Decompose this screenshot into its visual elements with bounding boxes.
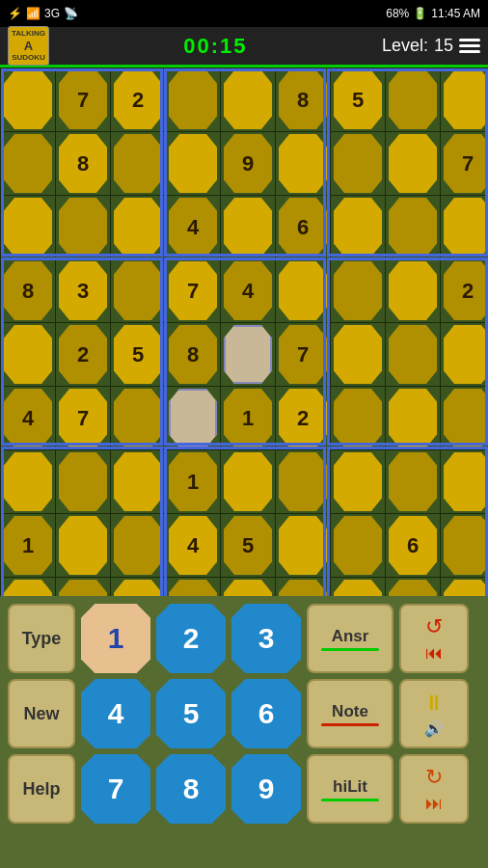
cell-2-3[interactable]: 4: [166, 196, 220, 258]
number-3-button[interactable]: 3: [231, 604, 301, 673]
cell-5-7[interactable]: [386, 387, 440, 449]
cell-7-3[interactable]: 4: [166, 514, 220, 577]
cell-number-2-3: 4: [169, 198, 217, 257]
cell-4-5[interactable]: 7: [276, 323, 330, 386]
volume-icon: 🔊: [424, 719, 444, 738]
cell-0-1[interactable]: 7: [56, 68, 110, 131]
cell-3-8[interactable]: 2: [441, 259, 488, 322]
cell-3-6[interactable]: [331, 259, 385, 322]
cell-5-6[interactable]: [331, 387, 385, 449]
number-4-button[interactable]: 4: [81, 679, 150, 748]
undo-button[interactable]: ↺ ⏮: [399, 604, 469, 673]
cell-2-4[interactable]: [221, 196, 275, 258]
cell-1-1[interactable]: 8: [56, 132, 110, 195]
cell-number-3-1: 3: [59, 261, 107, 320]
number-2-button[interactable]: 2: [156, 604, 226, 673]
cell-7-5[interactable]: [276, 514, 330, 577]
number-9-button[interactable]: 9: [231, 754, 301, 824]
cell-4-4[interactable]: [221, 323, 275, 386]
menu-button[interactable]: [459, 39, 480, 53]
cell-1-4[interactable]: 9: [221, 132, 275, 195]
note-button[interactable]: Note: [307, 679, 393, 748]
help-button[interactable]: Help: [8, 754, 75, 824]
cell-2-0[interactable]: [1, 196, 55, 258]
ansr-button[interactable]: Ansr: [307, 604, 393, 673]
type-button[interactable]: Type: [8, 604, 75, 673]
cell-3-3[interactable]: 7: [166, 259, 220, 322]
cell-6-6[interactable]: [331, 450, 385, 513]
cell-4-1[interactable]: 2: [56, 323, 110, 386]
cell-6-0[interactable]: [1, 450, 55, 513]
cell-2-1[interactable]: [56, 196, 110, 258]
cell-7-4[interactable]: 5: [221, 514, 275, 577]
cell-6-1[interactable]: [56, 450, 110, 513]
cell-2-8[interactable]: [441, 196, 488, 258]
cell-0-2[interactable]: 2: [111, 68, 165, 131]
cell-1-6[interactable]: [331, 132, 385, 195]
cell-1-2[interactable]: [111, 132, 165, 195]
new-button[interactable]: New: [8, 679, 75, 748]
cell-4-0[interactable]: [1, 323, 55, 386]
cell-7-0[interactable]: 1: [1, 514, 55, 577]
cell-6-3[interactable]: 1: [166, 450, 220, 513]
cell-2-6[interactable]: [331, 196, 385, 258]
ansr-underline: [321, 648, 379, 651]
number-8-button[interactable]: 8: [156, 754, 226, 824]
cell-3-2[interactable]: [111, 259, 165, 322]
cell-4-6[interactable]: [331, 323, 385, 386]
cell-7-1[interactable]: [56, 514, 110, 577]
usb-icon: ⚡: [8, 7, 22, 20]
cell-0-5[interactable]: 8: [276, 68, 330, 131]
cell-0-6[interactable]: 5: [331, 68, 385, 131]
cell-7-2[interactable]: [111, 514, 165, 577]
cell-5-5[interactable]: 2: [276, 387, 330, 449]
cell-2-7[interactable]: [386, 196, 440, 258]
number-1-button[interactable]: 1: [81, 604, 150, 673]
cell-7-6[interactable]: [331, 514, 385, 577]
cell-4-2[interactable]: 5: [111, 323, 165, 386]
number-5-button[interactable]: 5: [156, 679, 226, 748]
cell-0-7[interactable]: [386, 68, 440, 131]
number-6-button[interactable]: 6: [231, 679, 301, 748]
cell-5-3[interactable]: [166, 387, 220, 449]
cell-3-0[interactable]: 8: [1, 259, 55, 322]
cell-7-8[interactable]: [441, 514, 488, 577]
cell-2-5[interactable]: 6: [276, 196, 330, 258]
cell-1-5[interactable]: [276, 132, 330, 195]
cell-0-4[interactable]: [221, 68, 275, 131]
cell-6-7[interactable]: [386, 450, 440, 513]
cell-0-8[interactable]: [441, 68, 488, 131]
pause-button[interactable]: ⏸ 🔊: [399, 679, 469, 748]
cell-3-4[interactable]: 4: [221, 259, 275, 322]
cell-1-0[interactable]: [1, 132, 55, 195]
cell-0-3[interactable]: [166, 68, 220, 131]
cell-6-4[interactable]: [221, 450, 275, 513]
cell-4-8[interactable]: [441, 323, 488, 386]
cell-6-8[interactable]: [441, 450, 488, 513]
level-label: Level:: [382, 36, 428, 56]
control-row-2: New 4 5 6 Note ⏸ 🔊: [8, 679, 480, 748]
cell-3-1[interactable]: 3: [56, 259, 110, 322]
cell-6-2[interactable]: [111, 450, 165, 513]
cell-3-7[interactable]: [386, 259, 440, 322]
number-7-button[interactable]: 7: [81, 754, 150, 824]
cell-6-5[interactable]: [276, 450, 330, 513]
cell-5-8[interactable]: [441, 387, 488, 449]
cell-1-7[interactable]: [386, 132, 440, 195]
skip-back-icon: ⏮: [425, 643, 443, 664]
cell-5-1[interactable]: 7: [56, 387, 110, 449]
cell-1-3[interactable]: [166, 132, 220, 195]
cell-7-7[interactable]: 6: [386, 514, 440, 577]
cell-5-4[interactable]: 1: [221, 387, 275, 449]
cell-4-3[interactable]: 8: [166, 323, 220, 386]
hilit-button[interactable]: hiLit: [307, 754, 393, 824]
cell-0-0[interactable]: [1, 68, 55, 131]
cell-1-8[interactable]: 7: [441, 132, 488, 195]
cell-3-5[interactable]: [276, 259, 330, 322]
cell-4-7[interactable]: [386, 323, 440, 386]
cell-5-0[interactable]: 4: [1, 387, 55, 449]
cell-number-5-1: 7: [59, 389, 107, 448]
cell-2-2[interactable]: [111, 196, 165, 258]
cell-5-2[interactable]: [111, 387, 165, 449]
redo-button[interactable]: ↻ ⏭: [399, 754, 469, 824]
